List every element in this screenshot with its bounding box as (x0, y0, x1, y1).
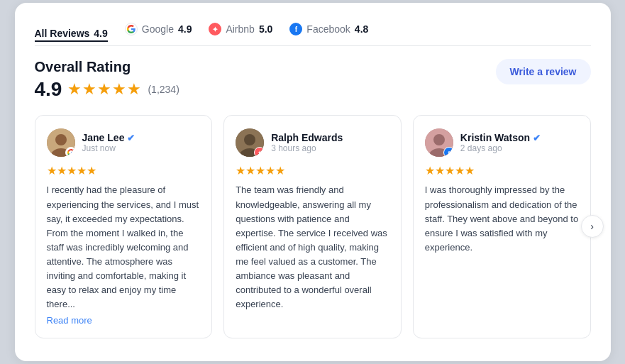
avatar-kristin: f (425, 128, 453, 157)
tab-airbnb-label: Airbnb (226, 23, 254, 35)
verified-icon-kristin: ✔ (533, 133, 541, 143)
svg-point-4 (244, 134, 255, 145)
tab-all-reviews[interactable]: All Reviews 4.9 (35, 28, 108, 42)
review-text-ralph: The team was friendly and knowledgeable,… (236, 183, 389, 311)
tab-all-label: All Reviews (35, 28, 90, 39)
overall-stars: ★★★★★ (67, 80, 142, 99)
reviewer-info-kristin: Kristin Watson ✔ 2 days ago (460, 132, 541, 153)
tab-google[interactable]: Google 4.9 (125, 23, 192, 37)
svg-point-7 (433, 134, 445, 145)
review-stars-kristin: ★★★★★ (425, 164, 579, 177)
reviewer-header-jane: Jane Lee ✔ Just now (47, 128, 201, 157)
airbnb-badge-ralph: ✦ (254, 147, 264, 157)
review-text-kristin: I was thoroughly impressed by the profes… (425, 183, 579, 255)
reviewer-name-jane: Jane Lee (82, 132, 125, 143)
overall-rating-section: Overall Rating 4.9 ★★★★★ (1,234) Write a… (35, 59, 591, 101)
reviews-container: Jane Lee ✔ Just now ★★★★★ I recently had… (35, 115, 591, 338)
tab-airbnb-score: 5.0 (259, 23, 272, 35)
next-arrow-button[interactable]: › (581, 215, 604, 238)
airbnb-icon: ✦ (209, 23, 221, 35)
tab-airbnb[interactable]: ✦ Airbnb 5.0 (209, 23, 272, 37)
review-time-ralph: 3 hours ago (271, 143, 343, 153)
avatar-ralph: ✦ (236, 128, 264, 157)
overall-row: 4.9 ★★★★★ (1,234) (35, 78, 179, 101)
svg-point-1 (55, 134, 67, 145)
reviewer-header-kristin: f Kristin Watson ✔ 2 days ago (425, 128, 579, 157)
facebook-icon: f (289, 23, 302, 35)
reviewer-info-ralph: Ralph Edwards 3 hours ago (271, 132, 343, 153)
review-stars-ralph: ★★★★★ (236, 164, 389, 177)
review-card-jane: Jane Lee ✔ Just now ★★★★★ I recently had… (35, 115, 213, 338)
review-card-ralph: ✦ Ralph Edwards 3 hours ago ★★★★★ The te… (223, 115, 402, 338)
avatar-jane (47, 128, 75, 157)
review-text-jane: I recently had the pleasure of experienc… (47, 183, 201, 311)
tabs-bar: All Reviews 4.9 Google 4.9 ✦ Airbnb 5.0 … (35, 23, 591, 46)
reviewer-info-jane: Jane Lee ✔ Just now (82, 132, 135, 153)
reviews-card: All Reviews 4.9 Google 4.9 ✦ Airbnb 5.0 … (15, 3, 611, 360)
google-badge-jane (65, 147, 75, 157)
overall-left: Overall Rating 4.9 ★★★★★ (1,234) (35, 59, 179, 101)
review-card-kristin: f Kristin Watson ✔ 2 days ago ★★★★★ I wa… (413, 115, 591, 338)
google-icon (125, 23, 138, 35)
tab-facebook-label: Facebook (306, 23, 350, 35)
tab-facebook[interactable]: f Facebook 4.8 (289, 23, 368, 37)
overall-count: (1,234) (148, 84, 179, 95)
tab-google-label: Google (142, 23, 174, 35)
review-stars-jane: ★★★★★ (47, 164, 201, 177)
overall-heading: Overall Rating (35, 59, 179, 75)
reviewer-name-kristin: Kristin Watson (460, 132, 530, 143)
reviewer-header-ralph: ✦ Ralph Edwards 3 hours ago (236, 128, 389, 157)
tab-google-score: 4.9 (178, 23, 192, 35)
overall-score: 4.9 (35, 78, 62, 101)
review-time-jane: Just now (82, 143, 135, 153)
verified-icon-jane: ✔ (127, 133, 135, 143)
facebook-badge-kristin: f (443, 147, 453, 157)
write-review-button[interactable]: Write a review (496, 59, 591, 84)
read-more-jane[interactable]: Read more (47, 315, 92, 326)
tab-facebook-score: 4.8 (355, 23, 368, 35)
tab-all-score: 4.9 (94, 28, 107, 39)
review-time-kristin: 2 days ago (460, 143, 541, 153)
reviewer-name-ralph: Ralph Edwards (271, 132, 343, 143)
